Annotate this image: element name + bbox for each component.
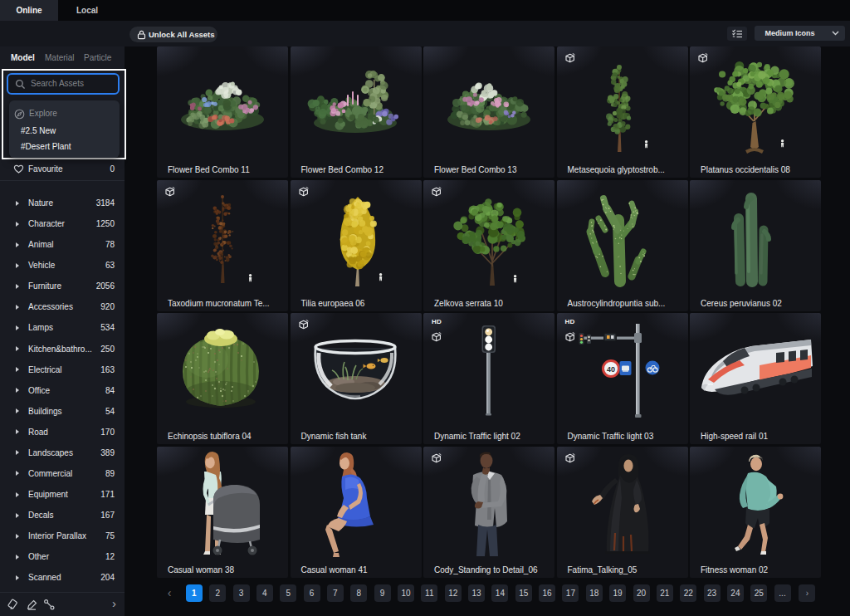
svg-text:40: 40	[606, 365, 614, 374]
